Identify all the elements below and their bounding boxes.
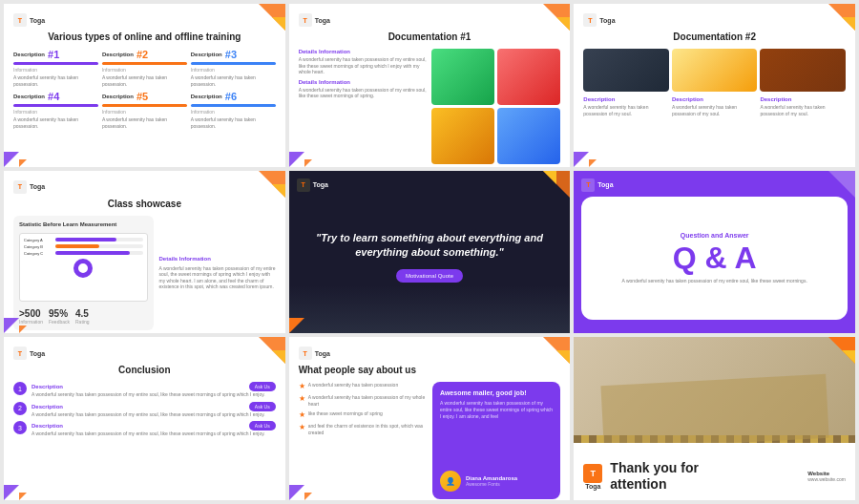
item2-info: Information (102, 67, 187, 73)
item6-num: #6 (225, 91, 237, 102)
logo-icon7: T (13, 346, 27, 360)
logo-text: Toga (30, 17, 45, 24)
thank-you-text: Thank you for attention (610, 460, 699, 493)
slide-1: T Toga Various types of online and offli… (4, 4, 285, 167)
stat-title: Statistic Before Learn Measurement (19, 221, 148, 227)
ask-us-btn-2[interactable]: Ask Us (249, 402, 276, 411)
bar-fill1 (55, 238, 116, 242)
bar-label3: Category C (24, 251, 52, 256)
test-item2: ★ A wonderful serenity has taken possess… (299, 394, 427, 407)
slide-5: T Toga "Try to learn something about eve… (289, 171, 571, 334)
item3-text: A wonderful serenity has taken possessio… (191, 74, 276, 87)
doc1-right (431, 49, 560, 164)
doc1-img1 (431, 49, 494, 105)
list-item: Description #3 Information A wonderful s… (191, 49, 276, 87)
concl-title1: Description (31, 384, 63, 389)
concl-text2: A wonderful serenity has taken possessio… (31, 411, 276, 418)
doc1-info2: Details Information A wonderful serenity… (299, 79, 428, 99)
star-icon4: ★ (299, 423, 305, 431)
slide1-title: Various types of online and offline trai… (13, 31, 276, 43)
ask-us-btn-3[interactable]: Ask Us (249, 421, 276, 430)
corner-decor8-purple (289, 485, 304, 500)
logo-text4: Toga (30, 183, 45, 190)
desc-label5: Description (102, 94, 134, 99)
doc2-photo3 (760, 49, 846, 92)
star-icon1: ★ (299, 382, 305, 390)
item5-info: Information (102, 109, 187, 115)
ruler-background (574, 337, 855, 443)
item1-num: #1 (48, 49, 59, 60)
corner-decor3-yellow (842, 17, 855, 31)
doc1-img2 (497, 49, 560, 105)
qa-big-text: Q & A (673, 242, 757, 273)
list-item: 1 Description Ask Us A wonderful serenit… (13, 382, 276, 398)
list-item: Description #6 Information A wonderful s… (191, 91, 276, 129)
doc2-desc2-text: A wonderful serenity has taken possessio… (672, 104, 758, 116)
doc2-desc1-text: A wonderful serenity has taken possessio… (583, 104, 669, 116)
list-item: Description #5 Information A wonderful s… (102, 91, 187, 129)
desc-label4: Description (13, 94, 45, 99)
corner-decor7-purple (4, 485, 19, 500)
test-left: ★ A wonderful serenity has taken possess… (299, 382, 427, 499)
logo-icon4: T (13, 180, 27, 194)
logo-text5: Toga (313, 181, 328, 188)
ty-message: Thank you for attention (610, 460, 699, 493)
bar-bg1 (55, 238, 143, 242)
item6-info: Information (191, 109, 276, 115)
stat-num3: 4.5 (75, 308, 89, 319)
showcase-details-text: A wonderful serenity has taken possessio… (159, 265, 276, 290)
slide4-logo: T Toga (13, 180, 276, 194)
item1-label: Description #1 (13, 49, 98, 60)
doc2-desc2: Description A wonderful serenity has tak… (672, 96, 758, 116)
logo-text3: Toga (599, 17, 615, 24)
bar-bg2 (55, 244, 143, 248)
ask-us-btn-1[interactable]: Ask Us (249, 382, 276, 391)
item5-label: Description #5 (102, 91, 187, 102)
qa-desc: A wonderful serenity has taken possessio… (622, 278, 807, 284)
logo-text6: Toga (597, 181, 613, 188)
item4-info: Information (13, 109, 98, 115)
stat-sub2: Feedback (49, 319, 70, 325)
showcase-details-title: Details Information (159, 256, 276, 262)
slide-4: T Toga Class showcase Statistic Before L… (4, 171, 285, 334)
doc2-desc1: Description A wonderful serenity has tak… (583, 96, 669, 116)
concl-title2: Description (31, 404, 63, 410)
ty-logo-box: T (583, 464, 602, 483)
concl-num2: 2 (13, 402, 27, 415)
donut-chart (73, 259, 93, 278)
author-role: Awesome Fonts (466, 481, 517, 487)
corner-decor-purple-bl (4, 152, 19, 167)
stat-500: >500 Information (19, 308, 43, 325)
concl-num1: 1 (13, 382, 27, 395)
item4-num: #4 (48, 91, 59, 102)
list-item: Description #1 Information A wonderful s… (13, 49, 98, 87)
quote-button[interactable]: Motivational Quote (396, 269, 463, 283)
slide7-title: Conclusion (13, 364, 276, 376)
corner-decor3-purple (574, 152, 589, 167)
item4-bar (13, 104, 98, 107)
slide4-title: Class showcase (13, 198, 276, 210)
details-title2: Details Information (299, 79, 428, 85)
item3-num: #3 (225, 49, 237, 60)
corner-decor9-yellow (842, 350, 855, 364)
star-icon2: ★ (299, 394, 305, 403)
concl-num3: 3 (13, 421, 27, 434)
bar-fill3 (55, 251, 130, 255)
slide7-logo: T Toga (13, 346, 276, 360)
slide-2: T Toga Documentation #1 Details Informat… (289, 4, 571, 167)
doc1-info1: Details Information A wonderful serenity… (299, 49, 428, 75)
item6-label: Description #6 (191, 91, 276, 102)
stat-row1: Category A (24, 238, 143, 242)
ty-bottom: T Toga Thank you for attention Website w… (574, 452, 855, 500)
qa-inner: Question and Answer Q & A A wonderful se… (581, 197, 848, 321)
test-text1: A wonderful serenity has taken possessio… (308, 382, 399, 388)
concl-text1: A wonderful serenity has taken possessio… (31, 391, 276, 398)
bar-label1: Category A (24, 238, 52, 242)
slide5-logo: T Toga (297, 178, 328, 192)
quote-text: "Try to learn something about everything… (299, 231, 561, 261)
showcase-content: Statistic Before Learn Measurement Categ… (13, 216, 276, 331)
conclusion-list: 1 Description Ask Us A wonderful serenit… (13, 382, 276, 437)
corner-decor7-orange2 (19, 493, 27, 500)
concl-content2: Description Ask Us A wonderful serenity … (31, 402, 276, 418)
website-url: www.website.com (807, 476, 846, 482)
